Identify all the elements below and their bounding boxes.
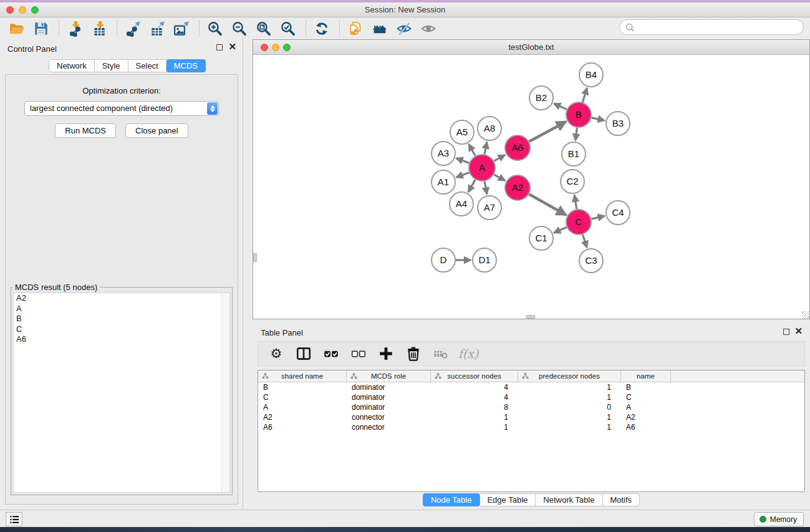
- table-cell[interactable]: connector: [347, 422, 431, 432]
- minimize-window-button[interactable]: [19, 6, 26, 14]
- edge-C-C3[interactable]: [582, 235, 587, 248]
- table-cell[interactable]: connector: [347, 412, 431, 422]
- eye-slash-icon[interactable]: [395, 19, 413, 38]
- search-input[interactable]: [635, 21, 803, 34]
- table-cell[interactable]: A6: [621, 422, 671, 432]
- table-cell[interactable]: dominator: [347, 402, 431, 412]
- open-folder-icon[interactable]: [7, 19, 26, 38]
- node-C1[interactable]: C1: [529, 226, 553, 250]
- column-header-MCDS-role[interactable]: MCDS role: [347, 370, 431, 382]
- mcds-result-item[interactable]: C: [14, 324, 229, 335]
- node-B3[interactable]: B3: [606, 112, 630, 135]
- node-B4[interactable]: B4: [579, 63, 603, 87]
- edge-A-A4[interactable]: [468, 180, 475, 192]
- node-B[interactable]: B: [566, 102, 591, 127]
- horizontal-scroll-thumb[interactable]: [526, 315, 535, 319]
- table-cell[interactable]: B: [621, 382, 671, 392]
- tab-node-table[interactable]: Node Table: [423, 493, 480, 506]
- tab-style[interactable]: Style: [95, 59, 128, 72]
- table-row[interactable]: A2connector11A2: [258, 412, 804, 422]
- float-panel-icon[interactable]: [216, 44, 223, 51]
- table-cell[interactable]: B: [258, 382, 347, 392]
- split-columns-icon[interactable]: [296, 346, 312, 362]
- table-close-icon[interactable]: ✕: [794, 326, 803, 336]
- close-panel-icon[interactable]: ✕: [228, 42, 236, 52]
- trash-icon[interactable]: [405, 346, 422, 362]
- edge-A-A2[interactable]: [494, 175, 505, 181]
- tab-motifs[interactable]: Motifs: [602, 493, 640, 506]
- task-history-button[interactable]: [6, 512, 22, 526]
- edge-A-A8[interactable]: [485, 142, 487, 155]
- table-row[interactable]: A6connector11A6: [258, 422, 804, 432]
- table-cell[interactable]: 1: [518, 382, 621, 392]
- tab-network-table[interactable]: Network Table: [536, 493, 602, 506]
- network-window-titlebar[interactable]: testGlobe.txt: [253, 40, 809, 55]
- edge-B-B3[interactable]: [592, 118, 605, 121]
- node-A8[interactable]: A8: [478, 117, 501, 140]
- plus-icon[interactable]: [378, 346, 394, 362]
- table-cell[interactable]: A: [258, 402, 347, 412]
- edge-A-A6[interactable]: [494, 155, 505, 161]
- tab-edge-table[interactable]: Edge Table: [480, 493, 536, 506]
- node-A1[interactable]: A1: [432, 170, 455, 194]
- close-panel-button[interactable]: Close panel: [125, 123, 188, 138]
- edge-B-B1[interactable]: [576, 128, 577, 140]
- maximize-window-button[interactable]: [31, 6, 39, 14]
- zoom-out-icon[interactable]: [230, 19, 249, 38]
- node-A4[interactable]: A4: [450, 192, 473, 216]
- resize-grip-icon[interactable]: [802, 311, 809, 319]
- table-float-icon[interactable]: [783, 329, 789, 335]
- edge-A-A5[interactable]: [469, 144, 475, 156]
- export-network-icon[interactable]: [123, 19, 142, 38]
- edge-C-C1[interactable]: [554, 227, 567, 233]
- node-A6[interactable]: A6: [505, 135, 530, 160]
- table-cell[interactable]: 4: [431, 382, 518, 392]
- unchecked-pair-icon[interactable]: [350, 346, 367, 362]
- node-A7[interactable]: A7: [478, 196, 501, 220]
- table-row[interactable]: Adominator80A: [258, 402, 804, 412]
- table-row[interactable]: Cdominator41C: [258, 392, 804, 402]
- zoom-in-icon[interactable]: [206, 19, 224, 38]
- export-table-icon[interactable]: [148, 19, 166, 38]
- edge-A2-C[interactable]: [529, 194, 566, 215]
- node-A[interactable]: A: [469, 155, 495, 181]
- node-D[interactable]: D: [432, 248, 455, 272]
- node-A3[interactable]: A3: [432, 142, 455, 165]
- tab-select[interactable]: Select: [128, 59, 166, 72]
- column-header-successor-nodes[interactable]: successor nodes: [431, 370, 518, 382]
- node-C4[interactable]: C4: [606, 201, 630, 225]
- save-floppy-icon[interactable]: [32, 19, 51, 38]
- edge-C-C2[interactable]: [574, 195, 577, 210]
- node-A2[interactable]: A2: [505, 175, 530, 200]
- table-cell[interactable]: C: [621, 392, 671, 402]
- checked-pair-icon[interactable]: [323, 346, 339, 362]
- table-cell[interactable]: A2: [258, 412, 347, 422]
- network-maximize-button[interactable]: [283, 44, 291, 51]
- mcds-result-item[interactable]: A: [14, 304, 229, 314]
- edge-A-A7[interactable]: [485, 181, 487, 195]
- mcds-result-item[interactable]: A6: [14, 334, 229, 345]
- column-header-name[interactable]: name: [621, 370, 671, 382]
- node-B2[interactable]: B2: [529, 86, 553, 110]
- table-cell[interactable]: 1: [431, 412, 518, 422]
- column-header-shared-name[interactable]: shared name: [258, 370, 347, 382]
- memory-button[interactable]: Memory: [754, 512, 804, 526]
- import-table-icon[interactable]: [90, 19, 108, 38]
- node-A5[interactable]: A5: [450, 120, 474, 144]
- table-cell[interactable]: A: [621, 402, 671, 412]
- edge-C-C4[interactable]: [591, 216, 604, 219]
- mcds-result-item[interactable]: A2: [14, 293, 229, 304]
- result-list-scrollbar[interactable]: [221, 293, 229, 492]
- network-close-button[interactable]: [261, 44, 268, 51]
- table-cell[interactable]: 1: [518, 412, 621, 422]
- node-C2[interactable]: C2: [561, 170, 584, 193]
- edge-B-B2[interactable]: [554, 104, 567, 109]
- document-share-icon[interactable]: [346, 19, 365, 38]
- table-cell[interactable]: 0: [518, 402, 621, 412]
- node-B1[interactable]: B1: [562, 142, 586, 166]
- table-cell[interactable]: A2: [621, 412, 671, 422]
- edge-A-A3[interactable]: [456, 158, 470, 163]
- table-cell[interactable]: 1: [518, 422, 621, 432]
- table-cell[interactable]: 8: [431, 402, 518, 412]
- table-cell[interactable]: 1: [518, 392, 621, 402]
